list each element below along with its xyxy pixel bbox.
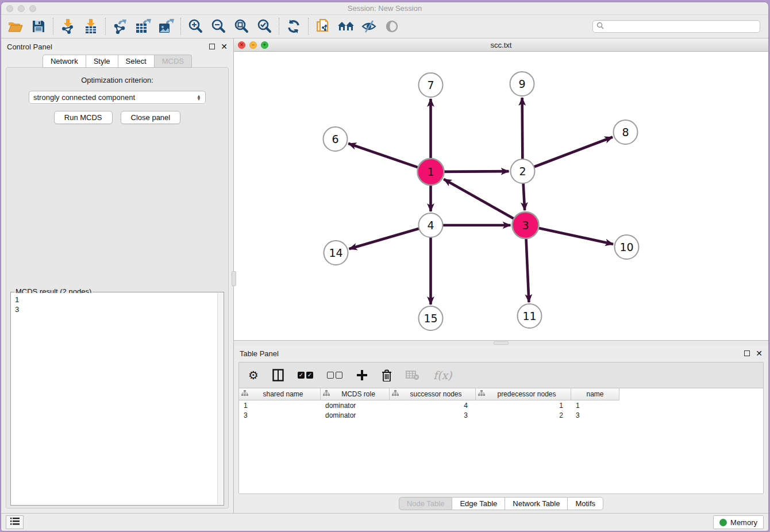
zoom-in-button[interactable] [187, 18, 204, 34]
network-canvas[interactable]: 1234678910111415 [234, 52, 768, 340]
show-eye-icon [385, 20, 399, 33]
result-scrollbar[interactable] [217, 293, 223, 504]
tab-mcds[interactable]: MCDS [155, 55, 192, 68]
duplicate-network-button[interactable] [314, 18, 332, 34]
table-panel: Table Panel ✕ ⚙ ✓✓ f(x) [234, 346, 768, 513]
duplicate-network-icon [315, 18, 330, 34]
table-close-panel-icon[interactable]: ✕ [756, 350, 763, 356]
graph-edge-2-9[interactable] [522, 98, 523, 160]
open-file-button[interactable] [7, 18, 24, 34]
horizontal-splitter-handle[interactable] [494, 341, 509, 345]
tab-edge-table[interactable]: Edge Table [452, 497, 505, 510]
graph-node-label: 6 [332, 133, 338, 145]
col-header-successor-nodes[interactable]: successor nodes [390, 388, 476, 400]
memory-button[interactable]: Memory [713, 515, 764, 529]
memory-label: Memory [730, 518, 757, 527]
zoom-selected-button[interactable] [256, 18, 273, 34]
fit-content-button[interactable] [233, 18, 250, 34]
zoom-out-button[interactable] [210, 18, 227, 34]
col-header-shared-name[interactable]: shared name [239, 388, 321, 400]
graph-edge-1-2[interactable] [442, 171, 509, 172]
show-hidden-button[interactable] [383, 18, 401, 34]
delete-row-trash-icon[interactable] [382, 369, 392, 381]
graph-edge-4-14[interactable] [349, 228, 421, 249]
first-neighbors-button[interactable] [337, 18, 355, 34]
tab-node-table[interactable]: Node Table [399, 497, 453, 510]
table-toolbar: ⚙ ✓✓ f(x) [239, 363, 763, 388]
criterion-selected-value: strongly connected component [33, 93, 197, 102]
graph-edge-2-8[interactable] [533, 137, 613, 168]
tab-network[interactable]: Network [43, 55, 86, 68]
table-float-panel-icon[interactable] [744, 350, 750, 356]
table-row[interactable]: 3 dominator 3 2 3 [239, 410, 763, 420]
window-title: Session: New Session [1, 4, 768, 13]
export-table-icon [135, 19, 151, 34]
export-image-icon [158, 19, 174, 34]
export-network-button[interactable] [111, 18, 129, 34]
cell-name[interactable]: 1 [571, 400, 619, 410]
cell-mcds-role[interactable]: dominator [321, 410, 390, 420]
graph-edge-1-6[interactable] [348, 144, 419, 168]
network-window-titlebar: ✕ − + scc.txt [234, 38, 768, 52]
refresh-button[interactable] [285, 18, 302, 34]
deselect-all-icon[interactable] [327, 372, 342, 379]
tab-select[interactable]: Select [118, 55, 155, 68]
import-table-button[interactable] [82, 18, 99, 34]
search-box[interactable] [592, 20, 760, 33]
graph-node-label: 15 [424, 312, 437, 325]
cell-shared-name[interactable]: 1 [239, 400, 321, 410]
tab-style[interactable]: Style [86, 55, 118, 68]
cell-successor-nodes[interactable]: 4 [390, 400, 476, 410]
cell-predecessor-nodes[interactable]: 1 [476, 400, 571, 410]
graph-edge-3-10[interactable] [537, 228, 613, 244]
graph-edge-3-11[interactable] [526, 237, 529, 302]
run-mcds-button[interactable]: Run MCDS [54, 111, 113, 124]
search-icon [596, 22, 604, 31]
col-header-mcds-role[interactable]: MCDS role [321, 388, 390, 400]
criterion-select[interactable]: strongly connected component ▲▼ [29, 91, 206, 104]
tab-motifs[interactable]: Motifs [568, 497, 603, 510]
vertical-splitter-handle[interactable] [232, 271, 236, 286]
show-column-icon[interactable] [272, 369, 284, 381]
col-header-name[interactable]: name [571, 388, 619, 400]
network-view-window: ✕ − + scc.txt 12346789101114 [234, 38, 768, 341]
fit-content-icon [234, 19, 249, 34]
table-row[interactable]: 1 dominator 4 1 1 [239, 400, 763, 410]
cell-mcds-role[interactable]: dominator [321, 400, 390, 410]
table-panel-title: Table Panel [240, 349, 279, 358]
zoom-in-icon [188, 19, 203, 34]
float-panel-icon[interactable] [209, 44, 215, 49]
export-table-button[interactable] [134, 18, 152, 34]
graph-node-label: 4 [427, 219, 434, 232]
control-panel-header: Control Panel ✕ [1, 38, 233, 55]
cell-successor-nodes[interactable]: 3 [390, 410, 476, 420]
graph-node-label: 14 [329, 246, 342, 259]
cell-shared-name[interactable]: 3 [239, 410, 321, 420]
tab-network-table[interactable]: Network Table [505, 497, 568, 510]
col-header-predecessor-nodes[interactable]: predecessor nodes [476, 388, 571, 400]
graph-node-label: 3 [522, 219, 529, 232]
import-network-button[interactable] [59, 18, 76, 34]
add-row-icon[interactable] [356, 369, 368, 381]
export-image-button[interactable] [157, 18, 175, 34]
task-history-button[interactable] [6, 515, 24, 529]
search-input[interactable] [606, 22, 756, 30]
status-bar: Memory [1, 513, 768, 531]
hide-selected-button[interactable] [360, 18, 378, 34]
graph-node-label: 7 [427, 79, 434, 91]
close-panel-icon[interactable]: ✕ [221, 44, 228, 49]
cell-predecessor-nodes[interactable]: 2 [476, 410, 571, 420]
select-all-icon[interactable]: ✓✓ [298, 372, 313, 379]
close-panel-button[interactable]: Close panel [121, 111, 181, 124]
select-stepper-icon: ▲▼ [197, 95, 201, 101]
table-header-row: shared name MCDS role successor nodes [239, 388, 763, 400]
graph-edge-3-1[interactable] [444, 179, 515, 219]
cell-name[interactable]: 3 [571, 410, 619, 420]
save-session-button[interactable] [30, 18, 47, 34]
node-table[interactable]: shared name MCDS role successor nodes [239, 388, 763, 494]
graph-node-label: 8 [622, 126, 629, 138]
horizontal-splitter[interactable] [234, 341, 768, 346]
table-settings-gear-icon[interactable]: ⚙ [248, 368, 259, 382]
graph-edge-2-3[interactable] [523, 182, 525, 210]
list-icon [10, 518, 20, 527]
